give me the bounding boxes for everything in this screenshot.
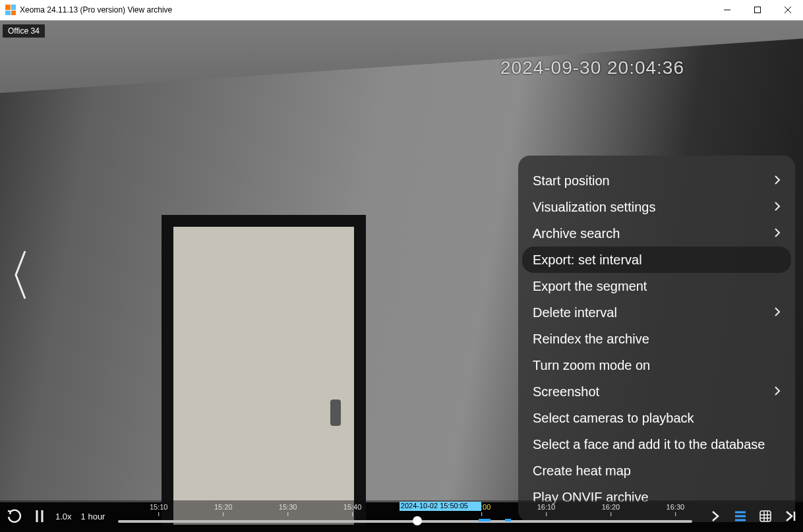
ctx-item-label: Create heat map — [533, 463, 631, 479]
timeline-tick: 16:20 — [602, 503, 620, 516]
osd-timestamp: 2024-09-30 20:04:36 — [500, 57, 684, 78]
ctx-item-0[interactable]: Start position — [518, 167, 795, 194]
ctx-item-1[interactable]: Visualization settings — [518, 194, 795, 220]
ctx-item-9[interactable]: Select cameras to playback — [518, 405, 795, 431]
ctx-item-11[interactable]: Create heat map — [518, 458, 795, 484]
previous-camera-button[interactable] — [12, 249, 28, 304]
timeline-tick: 15:20 — [214, 503, 233, 516]
ctx-item-3[interactable]: Export: set interval — [522, 247, 791, 273]
ctx-item-6[interactable]: Reindex the archive — [518, 326, 795, 352]
ctx-item-label: Reindex the archive — [533, 332, 649, 347]
ctx-item-label: Select cameras to playback — [533, 411, 694, 426]
camera-name-label: Office 34 — [3, 24, 45, 38]
window-minimize-button[interactable] — [712, 0, 742, 20]
ctx-item-4[interactable]: Export the segment — [518, 273, 795, 299]
timeline-next-button[interactable] — [703, 500, 728, 532]
window-close-button[interactable] — [773, 0, 803, 20]
timeline-tick: 15:30 — [279, 503, 297, 516]
svg-rect-9 — [760, 511, 771, 521]
timeline[interactable]: 15:1015:2015:3015:4016:0016:1016:2016:30… — [111, 500, 699, 532]
chevron-right-icon — [774, 384, 781, 399]
back-button[interactable] — [0, 500, 28, 532]
timeline-activity-marker — [505, 519, 511, 521]
ctx-item-label: Visualization settings — [533, 200, 655, 215]
timeline-activity-marker — [479, 519, 491, 521]
ctx-item-label: Turn zoom mode on — [533, 358, 650, 373]
ctx-item-10[interactable]: Select a face and add it to the database — [518, 431, 795, 458]
ctx-item-label: Delete interval — [533, 305, 617, 320]
ctx-item-label: Select a face and add it to the database — [533, 437, 765, 452]
skip-to-end-button[interactable] — [778, 500, 803, 532]
chevron-right-icon — [774, 200, 781, 215]
timeline-menu-button[interactable] — [728, 500, 753, 532]
chevron-right-icon — [774, 226, 781, 241]
ctx-item-8[interactable]: Screenshot — [518, 378, 795, 405]
ctx-item-label: Screenshot — [533, 384, 599, 399]
ctx-item-label: Start position — [533, 173, 610, 189]
timeline-tick: 16:30 — [667, 503, 685, 516]
window-titlebar: Xeoma 24.11.13 (Pro version) View archiv… — [0, 0, 803, 20]
timeline-playhead[interactable] — [413, 516, 422, 525]
grid-view-button[interactable] — [753, 500, 778, 532]
window-maximize-button[interactable] — [742, 0, 773, 20]
playback-speed[interactable]: 1.0x — [51, 512, 76, 521]
playback-bar: 1.0x 1 hour 15:1015:2015:3015:4016:0016:… — [0, 500, 803, 532]
chevron-right-icon — [774, 173, 781, 189]
pause-button[interactable] — [28, 500, 51, 532]
timeline-range[interactable]: 1 hour — [76, 512, 111, 521]
ctx-item-5[interactable]: Delete interval — [518, 299, 795, 326]
ctx-item-label: Export: set interval — [533, 252, 642, 268]
timeline-tick: 15:40 — [343, 503, 362, 516]
ctx-item-2[interactable]: Archive search — [518, 220, 795, 247]
window-title: Xeoma 24.11.13 (Pro version) View archiv… — [20, 5, 172, 15]
ctx-item-label: Export the segment — [533, 279, 647, 294]
archive-context-menu: Start positionVisualization settingsArch… — [518, 156, 795, 522]
ctx-item-7[interactable]: Turn zoom mode on — [518, 352, 795, 378]
ctx-item-label: Archive search — [533, 226, 620, 241]
timeline-tick: 15:10 — [150, 503, 168, 516]
chevron-right-icon — [774, 305, 781, 320]
timeline-selection-label[interactable]: 2024-10-02 15:50:05 — [400, 502, 482, 511]
archive-viewport: Office 34 2024-09-30 20:04:36 Start posi… — [0, 20, 803, 532]
svg-rect-1 — [755, 7, 761, 13]
timeline-track — [118, 520, 692, 523]
app-icon — [5, 5, 16, 15]
timeline-tick: 16:10 — [537, 503, 556, 516]
